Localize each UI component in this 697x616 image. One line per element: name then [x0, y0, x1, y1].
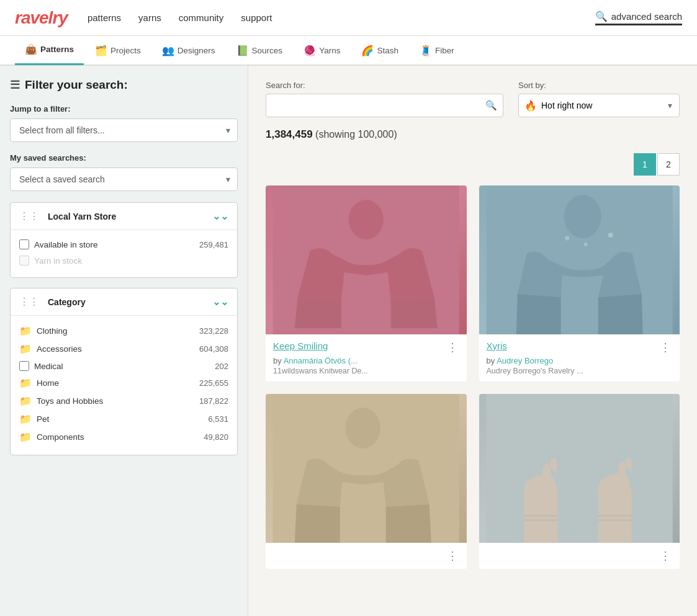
jump-filter-select[interactable]: Select from all filters...: [10, 118, 238, 142]
pattern-card-xyris: Xyris ⋮ by Audrey Borrego Audrey Borrego…: [479, 185, 680, 382]
svg-point-4: [608, 233, 613, 238]
category-components: 📁 Components 49,820: [19, 428, 228, 446]
svg-rect-13: [598, 519, 632, 521]
folder-icon: 📁: [19, 377, 32, 389]
tab-yarns[interactable]: 🧶 Yarns: [294, 35, 350, 65]
more-options-button[interactable]: ⋮: [446, 341, 459, 354]
tab-designers[interactable]: 👥 Designers: [152, 35, 225, 65]
pattern-image-4: [479, 394, 680, 543]
more-options-button-4[interactable]: ⋮: [659, 549, 672, 563]
category-drag-handle-icon: ⋮⋮: [19, 296, 39, 308]
category-accessories: 📁 Accessories 604,308: [19, 340, 228, 358]
nav-support[interactable]: support: [241, 12, 272, 23]
medical-checkbox[interactable]: [19, 361, 29, 371]
sort-select-wrapper: 🔥 Hot right nowMost recently addedBest m…: [518, 94, 680, 117]
fiber-tab-icon: 🧵: [420, 45, 432, 56]
search-bar-row: Search for: 🔍 Sort by: 🔥 Hot right nowMo…: [266, 81, 680, 117]
nav-patterns[interactable]: patterns: [88, 12, 121, 23]
svg-point-8: [346, 408, 380, 449]
logo[interactable]: ravelry: [15, 8, 68, 28]
pattern-designer-xyris[interactable]: Audrey Borrego: [497, 356, 553, 365]
category-home: 📁 Home 225,655: [19, 374, 228, 392]
available-in-store-row: Available in store 259,481: [19, 236, 228, 252]
tab-patterns[interactable]: 👜 Patterns: [15, 35, 84, 65]
nav-links: patterns yarns community support: [88, 12, 595, 23]
more-options-button-3[interactable]: ⋮: [446, 549, 459, 563]
pattern-by-keep-smiling: by Annamária Ötvös (...: [273, 356, 459, 365]
search-input-wrapper: 🔍: [266, 94, 503, 117]
sub-nav: 👜 Patterns 🗂️ Projects 👥 Designers 📗 Sou…: [0, 36, 697, 66]
svg-point-6: [565, 236, 569, 241]
folder-icon: 📁: [19, 395, 32, 407]
sort-select[interactable]: Hot right nowMost recently addedBest mat…: [518, 94, 680, 117]
pattern-info-xyris: Xyris ⋮ by Audrey Borrego Audrey Borrego…: [479, 334, 680, 382]
tab-fiber[interactable]: 🧵 Fiber: [410, 35, 464, 65]
pattern-info-keep-smiling: Keep Smiling ⋮ by Annamária Ötvös (... 1…: [266, 334, 467, 382]
category-toys-and-hobbies: 📁 Toys and Hobbies 187,822: [19, 392, 228, 410]
sources-tab-icon: 📗: [236, 45, 249, 56]
category-chevron-down-icon: ⌄⌄: [212, 296, 228, 308]
svg-point-3: [564, 195, 601, 238]
available-in-store-checkbox[interactable]: [19, 239, 29, 249]
pattern-image-keep-smiling: [266, 185, 467, 334]
main-layout: ☰ Filter your search: Jump to a filter: …: [0, 66, 697, 616]
nav-yarns[interactable]: yarns: [138, 12, 161, 23]
folder-icon: 📁: [19, 431, 32, 443]
local-yarn-store-header[interactable]: ⋮⋮ Local Yarn Store ⌄⌄: [11, 203, 237, 230]
pattern-grid: Keep Smiling ⋮ by Annamária Ötvös (... 1…: [266, 185, 680, 569]
category-pet: 📁 Pet 6,531: [19, 410, 228, 428]
saved-searches-select[interactable]: Select a saved search: [10, 167, 238, 191]
yarn-in-stock-row: Yarn in stock: [19, 252, 228, 269]
search-input[interactable]: [266, 94, 503, 117]
tab-sources[interactable]: 📗 Sources: [227, 35, 293, 65]
svg-rect-11: [523, 519, 557, 521]
pattern-by-xyris: by Audrey Borrego: [487, 356, 673, 365]
filter-header: ☰ Filter your search:: [10, 78, 238, 92]
svg-point-1: [349, 200, 384, 239]
page-1-button[interactable]: 1: [634, 153, 656, 176]
advanced-search-button[interactable]: 🔍 advanced search: [595, 11, 682, 25]
category-medical: Medical 202: [19, 358, 228, 374]
pattern-title-xyris[interactable]: Xyris: [487, 341, 507, 351]
pattern-source-xyris: Audrey Borrego's Ravelry ...: [487, 367, 673, 375]
jump-filter-wrapper: Select from all filters...: [10, 118, 238, 142]
search-label: Search for:: [266, 81, 503, 90]
page-2-button[interactable]: 2: [657, 153, 680, 176]
nav-community[interactable]: community: [179, 12, 224, 23]
local-yarn-store-body: Available in store 259,481 Yarn in stock: [11, 230, 237, 277]
pagination: 1 2: [266, 153, 680, 176]
main-content: Search for: 🔍 Sort by: 🔥 Hot right nowMo…: [248, 66, 697, 616]
sort-label: Sort by:: [518, 81, 680, 90]
svg-rect-10: [523, 515, 557, 517]
saved-searches-section: My saved searches: Select a saved search: [10, 153, 238, 191]
sidebar: ☰ Filter your search: Jump to a filter: …: [0, 66, 248, 616]
more-options-button-xyris[interactable]: ⋮: [659, 341, 672, 354]
pattern-designer-keep-smiling[interactable]: Annamária Ötvös (...: [284, 356, 357, 365]
pattern-card-4: ⋮: [479, 394, 680, 569]
sort-group: Sort by: 🔥 Hot right nowMost recently ad…: [518, 81, 680, 117]
designers-tab-icon: 👥: [162, 45, 174, 56]
search-icon: 🔍: [595, 11, 608, 22]
category-body: 📁 Clothing 323,228 📁 Accessories 604,308: [11, 315, 237, 455]
category-header[interactable]: ⋮⋮ Category ⌄⌄: [11, 288, 237, 315]
search-icon: 🔍: [485, 100, 497, 111]
fire-icon: 🔥: [524, 100, 537, 112]
projects-tab-icon: 🗂️: [95, 45, 107, 56]
chevron-down-icon: ⌄⌄: [212, 210, 228, 222]
tab-projects[interactable]: 🗂️ Projects: [85, 35, 151, 65]
pattern-title-keep-smiling[interactable]: Keep Smiling: [273, 341, 328, 351]
drag-handle-icon: ⋮⋮: [19, 210, 39, 222]
folder-icon: 📁: [19, 325, 32, 337]
yarn-in-stock-checkbox: [19, 256, 29, 266]
patterns-tab-icon: 👜: [25, 43, 37, 55]
svg-rect-12: [598, 515, 632, 517]
saved-searches-wrapper: Select a saved search: [10, 167, 238, 191]
pattern-card-keep-smiling: Keep Smiling ⋮ by Annamária Ötvös (... 1…: [266, 185, 467, 382]
category-block: ⋮⋮ Category ⌄⌄ 📁 Clothing 323,228: [10, 288, 238, 455]
result-count: 1,384,459 (showing 100,000): [266, 128, 680, 141]
folder-icon: 📁: [19, 343, 32, 355]
pattern-card-3: ⋮: [266, 394, 467, 569]
yarns-tab-icon: 🧶: [304, 45, 316, 56]
tab-stash[interactable]: 🌈 Stash: [351, 35, 408, 65]
category-clothing: 📁 Clothing 323,228: [19, 322, 228, 340]
